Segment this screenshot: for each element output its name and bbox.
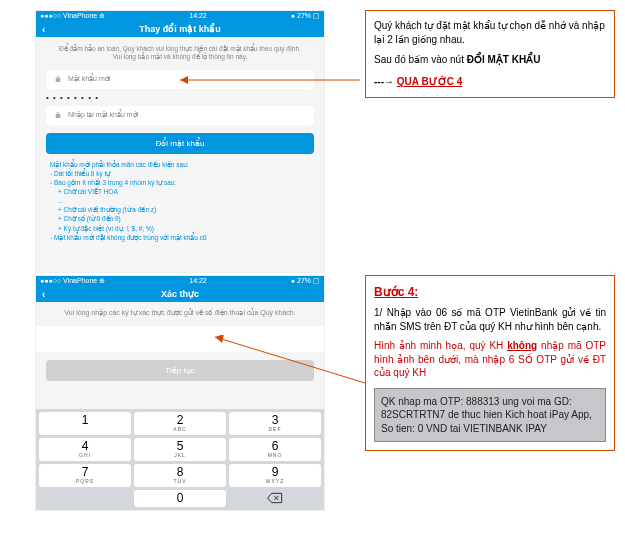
instruction-text: Vui lòng nhập các ký tự xác thực được gử… xyxy=(36,302,324,323)
key-8[interactable]: 8TUV xyxy=(134,464,226,487)
carrier: ●●●○○ VinaPhone ⊕ xyxy=(40,12,105,20)
key-6[interactable]: 6MNO xyxy=(229,438,321,461)
sms-example: QK nhap ma OTP: 888313 ung voi ma GD: 82… xyxy=(374,388,606,443)
back-icon[interactable]: ‹ xyxy=(42,24,45,35)
key-2[interactable]: 2ABC xyxy=(134,412,226,435)
phone-change-password: ●●●○○ VinaPhone ⊕ 14:22 ● 27% ▢ ‹ Thay đ… xyxy=(35,10,325,273)
continue-button[interactable]: Tiếp tục xyxy=(46,360,314,381)
key-7[interactable]: 7PQRS xyxy=(39,464,131,487)
numeric-keypad: 1 2ABC 3DEF 4GHI 5JKL 6MNO 7PQRS 8TUV 9W… xyxy=(36,409,324,510)
repeat-password-input[interactable]: Nhập lại mật khẩu mới xyxy=(46,106,314,125)
warning-text: Hình ảnh minh họa, quý KH không nhập mã … xyxy=(374,339,606,380)
instruction-text: Để đảm bảo an toàn, Quý khách vui lòng t… xyxy=(46,41,314,66)
key-3[interactable]: 3DEF xyxy=(229,412,321,435)
lock-icon xyxy=(54,75,62,84)
carrier: ●●●○○ VinaPhone ⊕ xyxy=(40,277,105,285)
status-bar: ●●●○○ VinaPhone ⊕ 14:22 ● 27% ▢ xyxy=(36,276,324,286)
battery: ● 27% ▢ xyxy=(291,12,320,20)
status-bar: ●●●○○ VinaPhone ⊕ 14:22 ● 27% ▢ xyxy=(36,11,324,21)
goto-step-4-link[interactable]: QUA BƯỚC 4 xyxy=(397,76,462,87)
battery: ● 27% ▢ xyxy=(291,277,320,285)
change-password-button[interactable]: Đổi mật khẩu xyxy=(46,133,314,154)
key-4[interactable]: 4GHI xyxy=(39,438,131,461)
key-1[interactable]: 1 xyxy=(39,412,131,435)
screen-title: Xác thực xyxy=(161,289,199,299)
back-icon[interactable]: ‹ xyxy=(42,289,45,300)
screen-title: Thay đổi mật khẩu xyxy=(139,24,221,34)
key-5[interactable]: 5JKL xyxy=(134,438,226,461)
time: 14:22 xyxy=(189,12,207,20)
key-blank xyxy=(39,490,131,507)
new-password-input[interactable]: Mật khẩu mới xyxy=(46,70,314,89)
password-rules: Mật khẩu mới phải thỏa mãn các điều kiện… xyxy=(46,160,314,242)
instruction-text: Quý khách tự đặt mật khẩu tự chọn dễ nhớ… xyxy=(374,19,606,47)
password-dots: • • • • • • • • xyxy=(46,93,314,102)
time: 14:22 xyxy=(189,277,207,285)
screen-header: ‹ Xác thực xyxy=(36,286,324,302)
step-title: Bước 4: xyxy=(374,284,606,300)
key-delete[interactable] xyxy=(229,490,321,507)
input-label: Nhập lại mật khẩu mới xyxy=(68,111,138,119)
lock-icon xyxy=(54,111,62,120)
screen-header: ‹ Thay đổi mật khẩu xyxy=(36,21,324,37)
instruction-box-2: Bước 4: 1/ Nhập vào 06 số mã OTP VietinB… xyxy=(365,275,615,451)
key-9[interactable]: 9WXYZ xyxy=(229,464,321,487)
input-label: Mật khẩu mới xyxy=(68,75,110,83)
phone-otp-verify: ●●●○○ VinaPhone ⊕ 14:22 ● 27% ▢ ‹ Xác th… xyxy=(35,275,325,511)
instruction-text: 1/ Nhập vào 06 số mã OTP VietinBank gửi … xyxy=(374,306,606,333)
key-0[interactable]: 0 xyxy=(134,490,226,507)
otp-input[interactable] xyxy=(36,326,324,352)
instruction-box-1: Quý khách tự đặt mật khẩu tự chọn dễ nhớ… xyxy=(365,10,615,98)
